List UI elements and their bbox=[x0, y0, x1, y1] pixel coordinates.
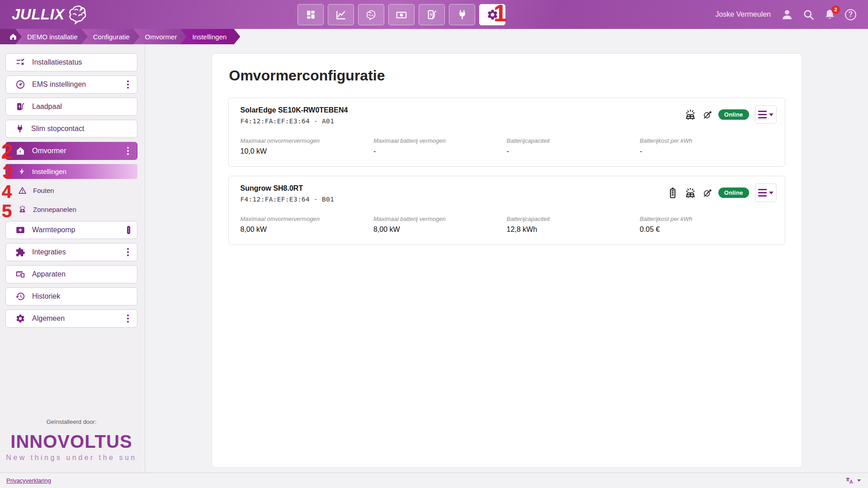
sidebar-item-label: Algemeen bbox=[32, 314, 65, 323]
sidebar-item-apparaten[interactable]: Apparaten bbox=[5, 265, 137, 283]
breadcrumb-item-demo-installatie[interactable]: DEMO installatie bbox=[15, 29, 88, 44]
status-bar: Privacyverklaring bbox=[0, 473, 868, 488]
sidebar-item-integraties[interactable]: Integraties bbox=[5, 243, 137, 261]
stat-value: - bbox=[373, 147, 507, 155]
content-panel: Omvormerconfiguratie SolarEdge SE10K-RW0… bbox=[212, 53, 802, 468]
toolbar-settings-button[interactable]: 1 bbox=[479, 4, 505, 25]
inverter-status-group: Online bbox=[667, 183, 777, 202]
kebab-menu-icon[interactable] bbox=[124, 80, 132, 89]
stat-value: 10,0 kW bbox=[241, 147, 374, 155]
main-toolbar: 1 bbox=[297, 4, 505, 25]
language-selector[interactable] bbox=[845, 476, 861, 485]
settings-icon bbox=[486, 9, 499, 21]
sidebar-item-laadpaal[interactable]: Laadpaal bbox=[5, 98, 137, 116]
stat-label: Maximaal omvormervermogen bbox=[241, 216, 374, 222]
house-inverter-icon bbox=[15, 146, 25, 156]
notification-count-badge: 2 bbox=[831, 5, 840, 14]
stat-label: Batterijkost per kWh bbox=[640, 216, 773, 222]
stat: Batterijkost per kWh - bbox=[640, 137, 773, 155]
jullix-app: JULLIX bbox=[0, 0, 868, 488]
stat: Batterijcapaciteit 12,8 kWh bbox=[507, 216, 640, 234]
sidebar-subitem-label: Instellingen bbox=[32, 168, 66, 175]
sidebar-item-omvormer[interactable]: 2 Omvormer bbox=[5, 142, 137, 160]
brain-icon bbox=[365, 9, 377, 21]
toolbar-charger-button[interactable] bbox=[419, 4, 445, 25]
toolbar-ems-button[interactable] bbox=[358, 4, 384, 25]
installed-by-label: Geïnstalleerd door: bbox=[5, 418, 137, 425]
logo-text: JULLIX bbox=[12, 6, 65, 23]
kebab-menu-icon[interactable] bbox=[124, 247, 132, 257]
dashboard-icon bbox=[305, 9, 316, 20]
sidebar-item-ems-instellingen[interactable]: EMS instellingen bbox=[5, 75, 137, 94]
bolt-icon bbox=[18, 168, 26, 175]
sidebar-subitem-zonnepanelen[interactable]: 5 Zonnepanelen bbox=[5, 202, 137, 217]
stat: Maximaal batterij vermogen 8,00 kW bbox=[373, 216, 507, 234]
toolbar-smartplug-button[interactable] bbox=[449, 4, 475, 25]
sidebar-item-slim-stopcontact[interactable]: Slim stopcontact bbox=[5, 120, 137, 138]
jullix-logo[interactable]: JULLIX bbox=[12, 4, 90, 25]
sidebar-item-label: Laadpaal bbox=[32, 103, 62, 111]
sidebar-nav: Installatiestatus EMS instellingen bbox=[5, 53, 137, 328]
sidebar-item-label: Omvormer bbox=[32, 147, 66, 155]
sidebar-subitem-fouten[interactable]: 4 Fouten bbox=[5, 183, 137, 198]
stat-label: Batterijcapaciteit bbox=[507, 216, 640, 222]
gauge-icon bbox=[15, 80, 25, 89]
ev-charger-icon bbox=[426, 9, 438, 20]
sidebar: Installatiestatus EMS instellingen bbox=[0, 44, 145, 473]
caret-down-icon bbox=[769, 192, 774, 194]
help-icon[interactable]: ? bbox=[845, 9, 856, 20]
devices-icon bbox=[15, 269, 25, 279]
kebab-menu-icon[interactable] bbox=[124, 314, 132, 324]
toolbar-finance-button[interactable] bbox=[388, 4, 415, 25]
plug-icon bbox=[15, 124, 24, 133]
sidebar-item-historiek[interactable]: Historiek bbox=[5, 287, 137, 305]
sidebar-item-label: EMS instellingen bbox=[32, 80, 86, 89]
sidebar-item-installatiestatus[interactable]: Installatiestatus bbox=[5, 53, 137, 71]
stat: Maximaal omvormervermogen 8,00 kW bbox=[241, 216, 374, 234]
sidebar-item-label: Warmtepomp bbox=[32, 226, 75, 234]
stat-value: 12,8 kWh bbox=[507, 225, 640, 234]
annotation-4: 4 bbox=[2, 183, 12, 201]
stat-label: Maximaal batterij vermogen bbox=[373, 216, 507, 222]
sidebar-item-label: Installatiestatus bbox=[32, 58, 82, 66]
inverter-card-sungrow: Sungrow SH8.0RT F4:12:FA:EF:E3:64 - B01 bbox=[228, 176, 785, 245]
privacy-link[interactable]: Privacyverklaring bbox=[6, 477, 51, 484]
notifications-bell-icon[interactable]: 2 bbox=[824, 9, 836, 21]
meter-off-icon bbox=[703, 110, 712, 120]
main-area: Omvormerconfiguratie SolarEdge SE10K-RW0… bbox=[145, 44, 868, 473]
inverter-card-solaredge: SolarEdge SE10K-RW0TEBEN4 F4:12:FA:EF:E3… bbox=[228, 98, 785, 167]
kebab-menu-icon[interactable] bbox=[124, 146, 132, 156]
inverter-menu-button[interactable] bbox=[755, 105, 777, 124]
heat-pump-icon bbox=[15, 225, 25, 235]
sidebar-item-label: Apparaten bbox=[32, 270, 66, 278]
puzzle-icon bbox=[15, 247, 25, 257]
toolbar-charts-button[interactable] bbox=[328, 4, 354, 25]
solar-panel-icon bbox=[684, 108, 697, 121]
breadcrumb-item-omvormer[interactable]: Omvormer bbox=[133, 29, 187, 44]
sidebar-item-algemeen[interactable]: Algemeen bbox=[5, 310, 137, 328]
status-badge: Online bbox=[718, 109, 749, 120]
stat-value: 8,00 kW bbox=[373, 225, 507, 234]
stat-label: Batterijkost per kWh bbox=[640, 137, 773, 144]
annotation-2: 2 bbox=[1, 141, 13, 162]
status-badge: Online bbox=[718, 188, 749, 198]
sidebar-subitem-instellingen[interactable]: 3 Instellingen bbox=[5, 164, 137, 179]
breadcrumb-bar: DEMO installatie Configuratie Omvormer I… bbox=[0, 29, 240, 44]
stat: Maximaal batterij vermogen - bbox=[373, 137, 507, 155]
toolbar-dashboard-button[interactable] bbox=[297, 4, 324, 25]
breadcrumb-item-configuratie[interactable]: Configuratie bbox=[81, 29, 140, 44]
stat-value: - bbox=[507, 147, 640, 155]
hamburger-icon bbox=[758, 189, 767, 197]
sidebar-item-warmtepomp[interactable]: Warmtepomp bbox=[5, 221, 137, 239]
inverter-menu-button[interactable] bbox=[755, 183, 777, 202]
user-name: Joske Vermeulen bbox=[715, 10, 771, 19]
search-icon[interactable] bbox=[802, 9, 815, 21]
sidebar-item-label: Historiek bbox=[32, 292, 60, 300]
battery-icon bbox=[667, 187, 678, 199]
sidebar-item-label: Integraties bbox=[32, 248, 66, 256]
inverter-stats: Maximaal omvormervermogen 10,0 kW Maxima… bbox=[241, 137, 773, 155]
user-avatar-icon[interactable] bbox=[781, 8, 793, 21]
breadcrumb-item-instellingen[interactable]: Instellingen bbox=[180, 29, 240, 44]
checklist-icon bbox=[15, 57, 25, 67]
annotation-3: 3 bbox=[3, 163, 13, 181]
